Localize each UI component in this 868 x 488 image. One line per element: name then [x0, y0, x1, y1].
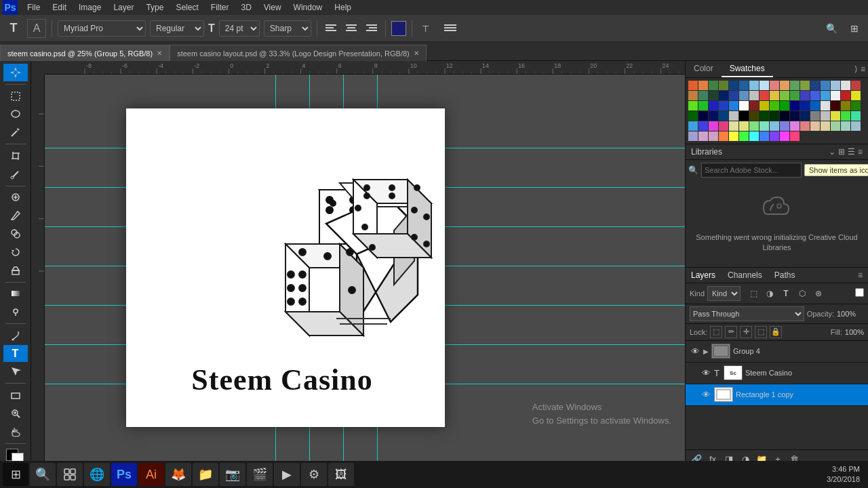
menu-select[interactable]: Select — [170, 1, 203, 14]
swatch-item[interactable] — [831, 91, 840, 100]
swatch-item[interactable] — [831, 81, 840, 90]
swatch-item[interactable] — [729, 91, 738, 100]
swatch-item[interactable] — [831, 101, 840, 110]
swatch-item[interactable] — [780, 111, 789, 121]
swatch-item[interactable] — [698, 111, 708, 121]
swatch-item[interactable] — [749, 91, 759, 100]
fill-value[interactable]: 100% — [845, 328, 864, 336]
filter-smart-btn[interactable]: ⊛ — [811, 286, 826, 301]
history-tool[interactable] — [3, 243, 28, 261]
swatch-item[interactable] — [821, 91, 830, 100]
pen-tool[interactable] — [3, 327, 28, 344]
swatch-item[interactable] — [851, 121, 861, 131]
swatch-item[interactable] — [790, 111, 800, 121]
eyedropper-tool[interactable] — [3, 165, 28, 183]
taskbar-firefox-btn[interactable]: 🦊 — [165, 463, 191, 486]
swatch-item[interactable] — [821, 101, 830, 110]
warp-text-btn[interactable]: ⊤ — [418, 20, 437, 37]
swatch-item[interactable] — [729, 111, 738, 121]
swatch-item[interactable] — [698, 131, 708, 141]
swatch-item[interactable] — [698, 91, 708, 100]
swatch-item[interactable] — [698, 121, 708, 131]
lock-artboard-btn[interactable]: ⬚ — [755, 326, 767, 338]
taskbar-ps-btn[interactable]: Ps — [111, 463, 137, 486]
swatch-item[interactable] — [810, 111, 820, 121]
swatch-item[interactable] — [688, 131, 698, 141]
swatch-item[interactable] — [749, 121, 759, 131]
swatch-item[interactable] — [790, 91, 800, 100]
swatch-item[interactable] — [841, 101, 850, 110]
swatch-item[interactable] — [851, 111, 861, 121]
taskbar-explorer-btn[interactable]: 📁 — [193, 463, 218, 486]
color-tab[interactable]: Color — [686, 61, 722, 77]
swatches-tab[interactable]: Swatches — [722, 61, 773, 77]
taskbar-photos-btn[interactable]: 📷 — [220, 463, 245, 486]
swatch-item[interactable] — [760, 111, 769, 121]
swatch-item[interactable] — [739, 131, 749, 141]
swatch-item[interactable] — [770, 101, 779, 110]
search-btn[interactable]: 🔍 — [822, 19, 841, 38]
zoom-tool[interactable] — [3, 405, 28, 422]
align-right-btn[interactable] — [363, 20, 380, 37]
lock-image-btn[interactable]: ✏ — [725, 326, 737, 338]
taskbar-vlc-btn[interactable]: ▶ — [274, 463, 300, 486]
swatch-item[interactable] — [719, 101, 728, 110]
swatch-item[interactable] — [841, 81, 850, 90]
swatch-item[interactable] — [851, 91, 861, 100]
swatch-item[interactable] — [841, 121, 850, 131]
swatch-item[interactable] — [790, 101, 800, 110]
options-color-btn[interactable]: ≡ — [861, 62, 865, 76]
swatch-item[interactable] — [729, 81, 738, 90]
swatch-item[interactable] — [841, 111, 850, 121]
canvas-workspace[interactable]: Steem Casino Activate Windows Go to Sett… — [45, 75, 685, 468]
swatch-item[interactable] — [821, 111, 830, 121]
swatch-item[interactable] — [688, 101, 698, 110]
swatch-item[interactable] — [810, 91, 820, 100]
wand-tool[interactable] — [3, 123, 28, 141]
swatch-item[interactable] — [790, 121, 800, 131]
swatch-item[interactable] — [698, 81, 708, 90]
layers-tab-paths[interactable]: Paths — [774, 270, 795, 280]
font-style-select[interactable]: Regular — [150, 20, 204, 37]
lib-search-input[interactable] — [701, 163, 802, 178]
swatch-item[interactable] — [760, 81, 769, 90]
tab-1[interactable]: steem casino layout.psd @ 33.3% (Logo De… — [170, 45, 427, 61]
menu-layer[interactable]: Layer — [108, 1, 139, 14]
taskbar-search-btn[interactable]: 🔍 — [30, 463, 56, 486]
swatch-item[interactable] — [780, 91, 789, 100]
swatch-item[interactable] — [821, 121, 830, 131]
layer-expand-group4[interactable]: ▶ — [703, 348, 709, 355]
lib-options-btn[interactable]: ≡ — [858, 147, 863, 157]
blend-mode-select[interactable]: Pass Through — [690, 306, 804, 321]
menu-type[interactable]: Type — [140, 1, 169, 14]
layers-tab-channels[interactable]: Channels — [728, 270, 762, 280]
swatch-item[interactable] — [719, 111, 728, 121]
swatch-item[interactable] — [800, 111, 810, 121]
menu-3d[interactable]: 3D — [235, 1, 256, 14]
swatch-item[interactable] — [709, 101, 718, 110]
heal-tool[interactable] — [3, 188, 28, 206]
filter-type-btn[interactable]: T — [778, 286, 793, 301]
swatch-item[interactable] — [709, 81, 718, 90]
eraser-tool[interactable] — [3, 262, 28, 279]
swatch-item[interactable] — [760, 121, 769, 131]
font-size-select[interactable]: 24 pt — [219, 20, 260, 37]
swatch-item[interactable] — [770, 111, 779, 121]
layer-item-group4[interactable]: 👁 ▶ Group 4 — [686, 341, 868, 363]
swatch-item[interactable] — [719, 81, 728, 90]
workspace-btn[interactable]: ⊞ — [845, 19, 864, 38]
menu-help[interactable]: Help — [329, 1, 357, 14]
path-select-tool[interactable] — [3, 363, 28, 380]
swatch-item[interactable] — [749, 81, 759, 90]
start-btn[interactable]: ⊞ — [3, 463, 28, 486]
crop-tool[interactable] — [3, 147, 28, 165]
taskbar-pics-btn[interactable]: 🖼 — [328, 463, 354, 486]
filter-shape-btn[interactable]: ⬡ — [795, 286, 810, 301]
lasso-tool[interactable] — [3, 105, 28, 123]
swatch-item[interactable] — [688, 121, 698, 131]
lock-all-btn[interactable]: 🔒 — [770, 326, 782, 338]
swatch-item[interactable] — [719, 121, 728, 131]
swatch-item[interactable] — [780, 101, 789, 110]
swatch-item[interactable] — [831, 121, 840, 131]
filter-pixel-btn[interactable]: ⬚ — [746, 286, 761, 301]
